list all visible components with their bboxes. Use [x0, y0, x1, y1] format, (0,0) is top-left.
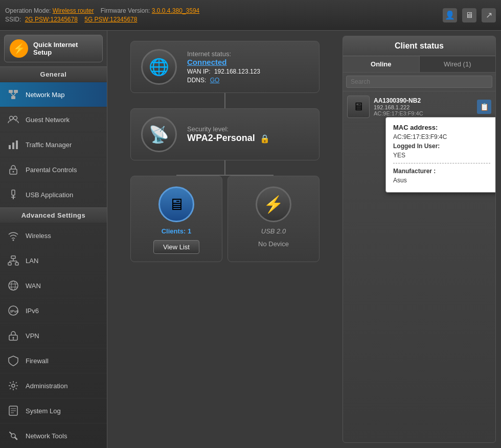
svg-rect-2	[11, 96, 15, 99]
svg-point-5	[10, 116, 13, 120]
client-tabs: Online Wired (1)	[343, 56, 495, 73]
usb-status: No Device	[258, 240, 289, 248]
svg-point-23	[9, 281, 18, 290]
tooltip-mac-value: AC:9E:17:E3:F9:4C	[393, 133, 490, 140]
tooltip-divider	[393, 163, 490, 163]
lan-icon	[6, 253, 20, 268]
sidebar-item-parental-controls[interactable]: Parental Controls	[0, 157, 107, 182]
wan-ip-value: 192.168.123.123	[214, 68, 260, 75]
svg-text:IPv6: IPv6	[10, 309, 19, 314]
sidebar-item-lan[interactable]: LAN	[0, 248, 107, 273]
client-search-input[interactable]	[346, 76, 492, 88]
ssid-5g: 5G PSW:12345678	[84, 16, 137, 23]
svg-rect-17	[8, 263, 11, 265]
sidebar-item-label-traffic-manager: Traffic Manager	[26, 141, 72, 149]
sidebar-item-label-vpn: VPN	[26, 332, 39, 340]
sidebar-item-label-parental-controls: Parental Controls	[26, 166, 77, 174]
sidebar-item-guest-network[interactable]: Guest Network	[0, 107, 107, 132]
wan-icon	[6, 278, 20, 293]
share-icon[interactable]: ↗	[482, 8, 496, 22]
lock-icon: 🔒	[260, 134, 270, 144]
router-info: Security level: WPA2-Personal 🔒	[187, 125, 309, 144]
sidebar-item-label-administration: Administration	[26, 382, 67, 390]
wan-ip-detail: WAN IP: 192.168.123.123	[187, 68, 309, 75]
sidebar-item-label-network-tools: Network Tools	[26, 432, 67, 440]
firmware-label: Firmware Version:	[101, 7, 150, 14]
sidebar-item-label-usb-application: USB Application	[26, 191, 73, 199]
clients-node: 🖥 Clients: 1 View List	[130, 176, 222, 262]
security-value: WPA2-Personal 🔒	[187, 133, 309, 144]
sidebar: ⚡ Quick Internet Setup General Network M…	[0, 31, 107, 448]
sidebar-item-label-guest-network: Guest Network	[26, 116, 70, 124]
usb-label: USB 2.0	[261, 227, 286, 235]
sidebar-item-ipv6[interactable]: IPv6 IPv6	[0, 298, 107, 323]
sidebar-item-label-ipv6: IPv6	[26, 307, 39, 315]
main-content: 🌐 Internet status: Connected WAN IP: 192…	[107, 31, 501, 448]
sidebar-item-label-system-log: System Log	[26, 407, 61, 415]
h-connector	[130, 160, 320, 176]
client-list: 🖥 AA1300390-NB2 192.168.1.222 AC:9E:17:E…	[343, 91, 495, 442]
tooltip-logged-in-label: Logged In User:	[393, 143, 490, 150]
operation-mode-value: Wireless router	[53, 7, 94, 14]
sidebar-item-network-tools[interactable]: Network Tools	[0, 423, 107, 448]
bottom-nodes: 🖥 Clients: 1 View List ⚡ USB 2.0	[130, 176, 320, 262]
view-list-button[interactable]: View List	[153, 240, 199, 254]
svg-point-11	[13, 171, 14, 173]
usb-application-icon	[6, 187, 20, 202]
sidebar-item-network-map[interactable]: Network Map	[0, 82, 107, 107]
topbar: Operation Mode: Wireless router Firmware…	[0, 0, 501, 31]
svg-line-3	[11, 93, 13, 96]
svg-rect-9	[16, 140, 18, 149]
security-label: Security level:	[187, 125, 309, 133]
svg-line-4	[13, 93, 16, 96]
usb-node: ⚡ USB 2.0 No Device	[227, 176, 320, 262]
svg-rect-7	[9, 145, 11, 149]
qis-icon: ⚡	[10, 39, 28, 58]
client-item-mac: AC:9E:17:E3:F9:4C	[374, 110, 473, 116]
client-detail-icon[interactable]: 📋	[477, 100, 491, 114]
sidebar-item-usb-application[interactable]: USB Application	[0, 182, 107, 207]
sidebar-item-administration[interactable]: Administration	[0, 373, 107, 398]
tab-online[interactable]: Online	[343, 56, 420, 72]
svg-point-30	[13, 337, 14, 339]
client-search-container	[343, 73, 495, 91]
tooltip-manufacturer-label: Manufacturer :	[393, 168, 490, 175]
sidebar-item-traffic-manager[interactable]: Traffic Manager	[0, 132, 107, 157]
firmware-value: 3.0.0.4.380_3594	[152, 7, 199, 14]
client-item-name: AA1300390-NB2	[374, 97, 473, 104]
client-status-title: Client status	[343, 36, 495, 56]
qis-button[interactable]: ⚡ Quick Internet Setup	[4, 35, 103, 62]
monitor-icon[interactable]: 🖥	[462, 8, 476, 22]
network-tools-icon	[6, 429, 20, 443]
svg-rect-0	[9, 90, 13, 93]
router-icon: 📡	[141, 116, 177, 152]
topbar-info: Operation Mode: Wireless router Firmware…	[5, 7, 199, 23]
svg-rect-18	[15, 263, 18, 265]
ssid-label: SSID:	[5, 16, 21, 23]
ddns-label: DDNS:	[187, 77, 206, 84]
qis-label: Quick Internet Setup	[33, 41, 78, 56]
connector-internet-router	[224, 93, 225, 108]
internet-info: Internet status: Connected WAN IP: 192.1…	[187, 50, 309, 84]
sidebar-item-wan[interactable]: WAN	[0, 273, 107, 298]
svg-rect-1	[14, 90, 18, 93]
sidebar-item-system-log[interactable]: System Log	[0, 398, 107, 423]
sidebar-item-firewall[interactable]: Firewall	[0, 348, 107, 373]
sidebar-item-wireless[interactable]: Wireless	[0, 223, 107, 248]
network-map-icon	[6, 87, 20, 102]
topbar-right: 👤 🖥 ↗	[443, 8, 496, 22]
svg-rect-16	[11, 256, 15, 258]
sidebar-item-label-wireless: Wireless	[26, 232, 51, 240]
ddns-value[interactable]: GO	[210, 77, 220, 84]
internet-status-label: Internet status:	[187, 50, 309, 58]
clients-icon: 🖥	[158, 186, 194, 222]
internet-status-value[interactable]: Connected	[187, 58, 309, 66]
sidebar-item-vpn[interactable]: VPN	[0, 323, 107, 348]
svg-point-15	[13, 240, 14, 241]
client-item[interactable]: 🖥 AA1300390-NB2 192.168.1.222 AC:9E:17:E…	[343, 91, 495, 123]
vpn-icon	[6, 328, 20, 343]
ddns-detail: DDNS: GO	[187, 77, 309, 84]
user-icon[interactable]: 👤	[443, 8, 457, 22]
tab-wired[interactable]: Wired (1)	[420, 56, 496, 72]
client-item-ip: 192.168.1.222	[374, 104, 473, 110]
